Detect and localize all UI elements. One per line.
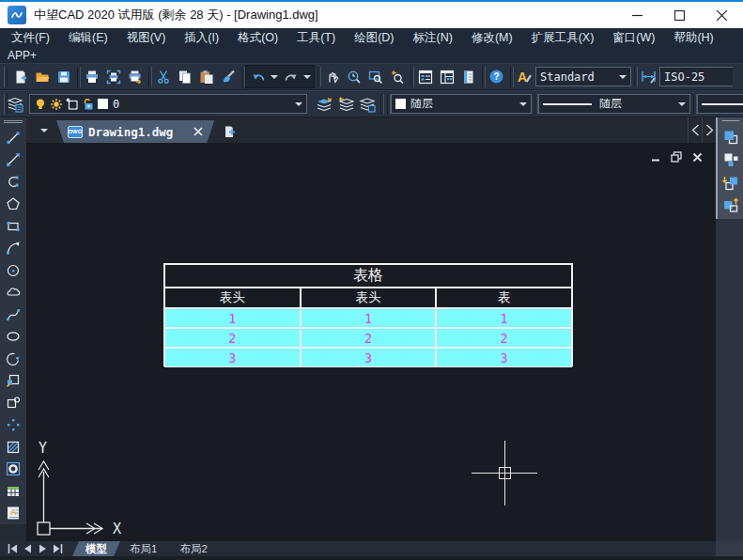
menu-view[interactable]: 视图(V) bbox=[117, 28, 176, 48]
design-center-button[interactable] bbox=[436, 65, 457, 88]
layout-next-button[interactable] bbox=[35, 542, 50, 555]
mdi-restore-button[interactable] bbox=[669, 150, 684, 163]
menu-draw[interactable]: 绘图(D) bbox=[345, 28, 403, 48]
cad-table-cell[interactable]: 1 bbox=[164, 308, 301, 328]
toolbar-grip[interactable] bbox=[2, 67, 8, 87]
redo-button[interactable] bbox=[280, 65, 302, 88]
help-button[interactable]: ? bbox=[486, 65, 507, 88]
zoom-window-button[interactable] bbox=[364, 65, 386, 88]
cad-table-cell[interactable]: 3 bbox=[436, 348, 572, 367]
text-style-combo[interactable]: Standard bbox=[535, 67, 631, 86]
tool-palettes-button[interactable] bbox=[457, 65, 479, 88]
layout-first-button[interactable] bbox=[5, 542, 20, 555]
close-button[interactable] bbox=[701, 2, 743, 28]
new-tab-button[interactable] bbox=[218, 121, 240, 142]
open-button[interactable] bbox=[31, 65, 53, 88]
menu-format[interactable]: 格式(O) bbox=[228, 28, 287, 48]
draworder-bring-to-front-button[interactable] bbox=[720, 126, 742, 148]
mdi-minimize-button[interactable] bbox=[648, 150, 663, 163]
cad-table-header[interactable]: 表头 bbox=[164, 288, 301, 308]
document-tab-drawing1[interactable]: DWG Drawing1.dwg bbox=[56, 120, 214, 143]
spline-button[interactable] bbox=[2, 303, 24, 326]
ellipse-button[interactable] bbox=[2, 326, 24, 349]
cad-table-cell[interactable]: 1 bbox=[301, 308, 437, 328]
menu-window[interactable]: 窗口(W) bbox=[603, 28, 664, 48]
cut-button[interactable] bbox=[152, 65, 174, 88]
dim-style-combo[interactable]: ISO-25 bbox=[659, 67, 733, 86]
new-button[interactable] bbox=[9, 65, 31, 88]
cad-table-cell[interactable]: 2 bbox=[436, 328, 572, 348]
cad-table-cell[interactable]: 2 bbox=[164, 328, 301, 348]
table-button[interactable] bbox=[2, 480, 24, 503]
make-block-button[interactable] bbox=[2, 392, 24, 414]
zoom-previous-button[interactable] bbox=[386, 65, 408, 88]
ellipse-arc-button[interactable] bbox=[2, 348, 24, 370]
polygon-button[interactable] bbox=[2, 194, 24, 216]
circle-button[interactable] bbox=[2, 259, 24, 282]
layer-states-button[interactable] bbox=[356, 92, 378, 116]
revision-cloud-button[interactable] bbox=[2, 282, 24, 304]
line-button[interactable] bbox=[2, 127, 24, 149]
drawing-canvas[interactable]: 表格 表头 表头 表 1 1 1 2 2 2 3 3 3 Y X bbox=[26, 143, 716, 541]
mtext-button[interactable]: A bbox=[2, 503, 24, 525]
menu-insert[interactable]: 插入(I) bbox=[175, 28, 228, 48]
paste-button[interactable] bbox=[195, 65, 217, 88]
match-properties-button[interactable] bbox=[217, 65, 239, 88]
mdi-close-button[interactable] bbox=[689, 150, 704, 163]
properties-palette-button[interactable] bbox=[414, 65, 436, 88]
tab-scroll-left-button[interactable] bbox=[688, 117, 702, 143]
make-object-layer-current-button[interactable] bbox=[313, 92, 334, 116]
donut-button[interactable] bbox=[2, 459, 24, 481]
construction-line-button[interactable] bbox=[2, 149, 24, 172]
menu-app-plus[interactable]: APP+ bbox=[0, 49, 44, 62]
menu-edit[interactable]: 编辑(E) bbox=[59, 28, 117, 48]
arc-button[interactable] bbox=[2, 238, 24, 260]
hatch-button[interactable] bbox=[2, 436, 24, 459]
draworder-send-under-button[interactable] bbox=[720, 194, 742, 216]
color-combo[interactable]: 随层 bbox=[391, 94, 532, 114]
print-preview-button[interactable] bbox=[102, 65, 124, 88]
plot-button[interactable] bbox=[81, 65, 102, 88]
point-button[interactable] bbox=[2, 414, 24, 437]
cad-table-cell[interactable]: 3 bbox=[301, 348, 437, 367]
maximize-button[interactable] bbox=[658, 2, 701, 28]
tab-scroll-right-button[interactable] bbox=[702, 117, 716, 143]
draworder-bring-above-button[interactable] bbox=[720, 171, 742, 194]
rectangle-button[interactable] bbox=[2, 215, 24, 238]
tab-close-icon[interactable] bbox=[193, 127, 203, 136]
cad-table-header[interactable]: 表头 bbox=[301, 288, 437, 308]
cad-table-cell[interactable]: 1 bbox=[436, 308, 572, 328]
cad-table-header[interactable]: 表 bbox=[436, 288, 572, 308]
toolbar-grip[interactable] bbox=[4, 120, 23, 123]
redo-dropdown[interactable] bbox=[302, 65, 313, 88]
draworder-send-to-back-button[interactable] bbox=[720, 148, 742, 171]
plot-export-button[interactable] bbox=[124, 65, 146, 88]
polyline-button[interactable] bbox=[2, 171, 24, 194]
layer-combo[interactable]: 0 bbox=[29, 94, 307, 114]
minimize-button[interactable] bbox=[616, 2, 658, 28]
menu-modify[interactable]: 修改(M) bbox=[462, 28, 522, 48]
layout-tab-layout2[interactable]: 布局2 bbox=[166, 541, 220, 556]
layout-tab-model[interactable]: 模型 bbox=[72, 541, 120, 556]
cad-table[interactable]: 表格 表头 表头 表 1 1 1 2 2 2 3 3 3 bbox=[163, 263, 573, 366]
layout-tab-layout1[interactable]: 布局1 bbox=[116, 541, 170, 556]
menu-help[interactable]: 帮助(H) bbox=[664, 28, 722, 48]
menu-dimension[interactable]: 标注(N) bbox=[404, 28, 462, 48]
layout-prev-button[interactable] bbox=[20, 542, 35, 555]
lineweight-combo[interactable] bbox=[697, 94, 743, 114]
dim-style-icon[interactable] bbox=[638, 65, 659, 88]
copy-button[interactable] bbox=[174, 65, 195, 88]
toolbar-grip[interactable] bbox=[722, 120, 739, 124]
text-style-icon[interactable]: A bbox=[514, 65, 535, 88]
cad-table-cell[interactable]: 3 bbox=[164, 348, 301, 367]
undo-dropdown[interactable] bbox=[269, 65, 280, 88]
zoom-realtime-button[interactable] bbox=[343, 65, 364, 88]
menu-express-tools[interactable]: 扩展工具(X) bbox=[522, 28, 604, 48]
insert-block-button[interactable] bbox=[2, 370, 24, 393]
layout-last-button[interactable] bbox=[50, 542, 65, 555]
menu-file[interactable]: 文件(F) bbox=[2, 28, 59, 48]
save-button[interactable] bbox=[53, 65, 74, 88]
cad-table-cell[interactable]: 2 bbox=[301, 328, 437, 348]
menu-tools[interactable]: 工具(T) bbox=[287, 28, 345, 48]
tab-list-dropdown[interactable] bbox=[34, 120, 54, 141]
